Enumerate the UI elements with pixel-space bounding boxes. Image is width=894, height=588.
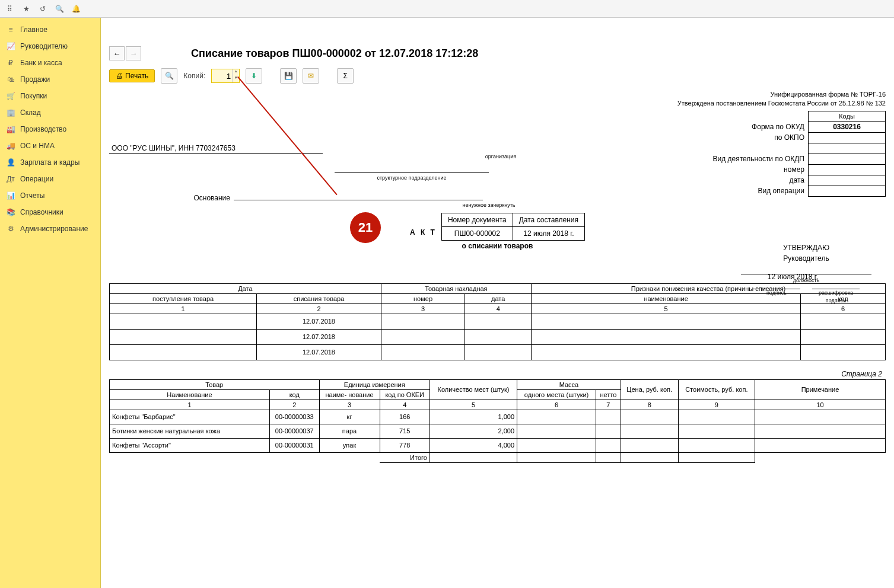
t1-n6: 6 <box>801 303 886 314</box>
t1-h-num: номер <box>381 293 465 303</box>
sidebar-item[interactable]: ₽Банк и касса <box>0 55 100 71</box>
t2-cell <box>517 410 596 424</box>
approve-title: УТВЕРЖДАЮ <box>735 242 877 253</box>
nav-back-button[interactable]: ← <box>109 46 125 60</box>
nav-forward-button[interactable]: → <box>126 46 141 60</box>
t1-cell <box>381 314 465 329</box>
export-button[interactable]: ⬇ <box>246 68 262 84</box>
preview-button[interactable]: 🔍 <box>161 68 177 84</box>
sidebar-icon: 🏭 <box>6 125 15 133</box>
t2-h-unit: Единица измерения <box>319 379 429 389</box>
print-toolbar: 🖨 Печать 🔍 Копий: ▲▼ ⬇ 💾 ✉ Σ <box>101 65 894 87</box>
t1-cell <box>110 314 257 329</box>
approve-cap-pos: должность <box>735 277 877 285</box>
sidebar-item[interactable]: 👤Зарплата и кадры <box>0 154 100 171</box>
sidebar-label: Продажи <box>20 75 50 84</box>
print-button[interactable]: 🖨 Печать <box>109 69 155 82</box>
t2-colnum: 8 <box>621 400 678 410</box>
t1-n2: 2 <box>257 303 381 314</box>
history-icon[interactable]: ↺ <box>38 4 47 14</box>
sidebar-item[interactable]: 🚚ОС и НМА <box>0 138 100 154</box>
sidebar-item[interactable]: 🏭Производство <box>0 121 100 138</box>
t2-h-cost: Стоимость, руб. коп. <box>678 379 755 400</box>
apps-icon[interactable]: ⠿ <box>5 4 14 14</box>
sidebar-item[interactable]: ≡Главное <box>0 21 100 38</box>
document-title: Списание товаров ПШ00-000002 от 12.07.20… <box>191 47 478 60</box>
nav-arrows: ← → <box>109 46 141 60</box>
t2-cell: 1,000 <box>429 410 517 424</box>
sidebar-label: Справочники <box>20 208 63 216</box>
t1-cell <box>532 344 801 360</box>
t1-cell <box>801 329 886 344</box>
star-icon[interactable]: ★ <box>21 4 31 14</box>
sidebar-label: Зарплата и кадры <box>20 158 79 167</box>
t1-h-d: дата <box>465 293 532 303</box>
t2-colnum: 1 <box>110 400 270 410</box>
sidebar-item[interactable]: 📈Руководителю <box>0 38 100 55</box>
sidebar-item[interactable]: ДтОперации <box>0 171 100 187</box>
sidebar-item[interactable]: 🏢Склад <box>0 104 100 121</box>
sidebar-icon: 👤 <box>6 158 15 167</box>
t2-cell: 778 <box>380 438 429 452</box>
mail-button[interactable]: ✉ <box>303 68 319 84</box>
optype-value <box>809 186 886 196</box>
save-button[interactable]: 💾 <box>280 68 297 84</box>
basis-label: Основание <box>109 194 234 202</box>
t2-cell <box>596 424 621 438</box>
okpo-value-2 <box>809 143 886 154</box>
sidebar-item[interactable]: ⚙Администрирование <box>0 220 100 237</box>
sidebar-icon: 🛒 <box>6 92 15 100</box>
sidebar-icon: ⚙ <box>6 225 15 233</box>
t2-cell: кг <box>319 410 380 424</box>
t2-h-qty: Количество мест (штук) <box>429 379 517 400</box>
t2-total-one <box>517 452 596 462</box>
table-2: Товар Единица измерения Количество мест … <box>109 379 886 463</box>
sidebar-label: Операции <box>20 175 53 183</box>
copies-label: Копий: <box>183 72 205 80</box>
main-area: ← → Списание товаров ПШ00-000002 от 12.0… <box>101 18 894 588</box>
t2-cell <box>678 410 755 424</box>
t1-cell <box>532 314 801 329</box>
t2-cell <box>517 438 596 452</box>
t2-cell: 166 <box>380 410 429 424</box>
print-button-label: Печать <box>125 72 148 80</box>
sidebar-label: Производство <box>20 125 66 133</box>
sidebar-icon: 🛍 <box>6 75 15 84</box>
t2-cell: Ботинки женские натуральная кожа <box>110 424 270 438</box>
okpo-label: по ОКПО <box>708 132 808 143</box>
number-value <box>809 164 886 175</box>
t1-cell <box>465 314 532 329</box>
t1-n1: 1 <box>110 303 257 314</box>
sidebar-icon: 📚 <box>6 208 15 216</box>
subdiv-caption: структурное подразделение <box>335 175 489 181</box>
sidebar-item[interactable]: 📚Справочники <box>0 204 100 220</box>
t1-cell: 12.07.2018 <box>257 344 381 360</box>
codes-box: Коды Форма по ОКУД0330216 по ОКПО Вид де… <box>708 111 886 197</box>
t2-colnum: 9 <box>678 400 755 410</box>
t2-colnum: 10 <box>755 400 886 410</box>
sidebar-item[interactable]: 🛒Покупки <box>0 88 100 104</box>
t1-n3: 3 <box>381 303 465 314</box>
sum-button[interactable]: Σ <box>337 68 354 84</box>
sidebar-label: Администрирование <box>20 225 88 233</box>
t2-cell <box>755 424 886 438</box>
t2-cell: 715 <box>380 424 429 438</box>
t2-cell: пара <box>319 424 380 438</box>
t2-h-net: нетто <box>596 389 621 400</box>
sidebar-label: Руководителю <box>20 42 68 50</box>
t1-h-out: списания товара <box>257 293 381 303</box>
sidebar-item[interactable]: 📊Отчеты <box>0 187 100 204</box>
act-v-num: ПШ00-000002 <box>441 226 513 240</box>
sidebar-icon: 🏢 <box>6 108 15 117</box>
t2-h-note: Примечание <box>755 379 886 400</box>
okud-label: Форма по ОКУД <box>708 121 808 132</box>
sidebar-label: Банк и касса <box>20 59 62 67</box>
t2-colnum: 4 <box>380 400 429 410</box>
subdiv-line <box>335 172 489 173</box>
bell-icon[interactable]: 🔔 <box>71 4 81 14</box>
act-subtitle: о списании товаров <box>410 242 585 250</box>
t1-cell <box>110 329 257 344</box>
optype-label: Вид операции <box>708 186 808 196</box>
sidebar-item[interactable]: 🛍Продажи <box>0 71 100 88</box>
search-icon[interactable]: 🔍 <box>55 4 64 14</box>
